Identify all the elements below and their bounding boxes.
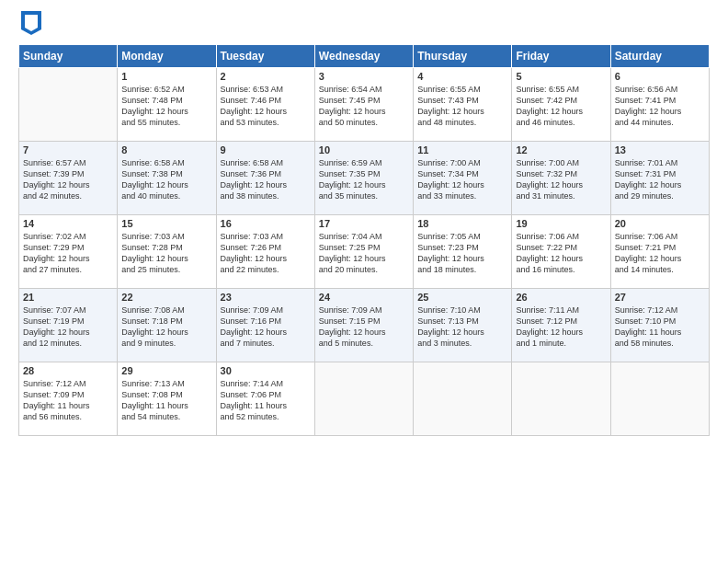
day-cell: 17Sunrise: 7:04 AM Sunset: 7:25 PM Dayli… xyxy=(314,215,413,289)
day-number: 25 xyxy=(417,292,507,303)
day-number: 4 xyxy=(417,71,507,82)
day-number: 20 xyxy=(615,218,705,229)
day-info: Sunrise: 7:08 AM Sunset: 7:18 PM Dayligh… xyxy=(121,304,211,350)
day-number: 17 xyxy=(319,218,409,229)
day-number: 12 xyxy=(516,144,606,155)
day-cell: 5Sunrise: 6:55 AM Sunset: 7:42 PM Daylig… xyxy=(512,68,610,142)
day-number: 28 xyxy=(23,365,113,376)
day-cell: 22Sunrise: 7:08 AM Sunset: 7:18 PM Dayli… xyxy=(118,289,216,362)
day-number: 15 xyxy=(121,218,211,229)
day-info: Sunrise: 6:58 AM Sunset: 7:38 PM Dayligh… xyxy=(121,157,211,202)
day-info: Sunrise: 6:59 AM Sunset: 7:35 PM Dayligh… xyxy=(319,157,409,202)
day-cell: 24Sunrise: 7:09 AM Sunset: 7:15 PM Dayli… xyxy=(314,289,413,362)
logo-icon xyxy=(21,11,41,35)
day-number: 19 xyxy=(516,218,606,229)
day-info: Sunrise: 7:00 AM Sunset: 7:32 PM Dayligh… xyxy=(516,157,606,202)
day-info: Sunrise: 7:05 AM Sunset: 7:23 PM Dayligh… xyxy=(417,231,507,276)
day-number: 11 xyxy=(417,144,507,155)
day-number: 14 xyxy=(23,218,113,229)
week-row-3: 14Sunrise: 7:02 AM Sunset: 7:29 PM Dayli… xyxy=(19,215,710,289)
day-cell: 16Sunrise: 7:03 AM Sunset: 7:26 PM Dayli… xyxy=(216,215,314,289)
day-info: Sunrise: 7:00 AM Sunset: 7:34 PM Dayligh… xyxy=(417,157,507,202)
day-number: 18 xyxy=(417,218,507,229)
day-cell: 25Sunrise: 7:10 AM Sunset: 7:13 PM Dayli… xyxy=(414,289,512,362)
day-number: 2 xyxy=(221,71,311,82)
day-number: 24 xyxy=(319,292,409,303)
day-number: 27 xyxy=(615,292,705,303)
day-cell: 28Sunrise: 7:12 AM Sunset: 7:09 PM Dayli… xyxy=(19,362,118,436)
day-cell: 8Sunrise: 6:58 AM Sunset: 7:38 PM Daylig… xyxy=(118,142,216,215)
day-info: Sunrise: 7:14 AM Sunset: 7:06 PM Dayligh… xyxy=(221,378,311,423)
day-info: Sunrise: 7:03 AM Sunset: 7:28 PM Dayligh… xyxy=(121,231,211,276)
day-cell: 14Sunrise: 7:02 AM Sunset: 7:29 PM Dayli… xyxy=(19,215,118,289)
day-cell xyxy=(19,68,118,142)
day-cell: 13Sunrise: 7:01 AM Sunset: 7:31 PM Dayli… xyxy=(610,142,709,215)
day-cell: 27Sunrise: 7:12 AM Sunset: 7:10 PM Dayli… xyxy=(610,289,709,362)
day-cell: 26Sunrise: 7:11 AM Sunset: 7:12 PM Dayli… xyxy=(512,289,610,362)
day-cell xyxy=(610,362,709,436)
day-info: Sunrise: 7:06 AM Sunset: 7:22 PM Dayligh… xyxy=(516,231,606,276)
day-info: Sunrise: 6:58 AM Sunset: 7:36 PM Dayligh… xyxy=(221,157,311,202)
day-number: 23 xyxy=(221,292,311,303)
day-cell: 11Sunrise: 7:00 AM Sunset: 7:34 PM Dayli… xyxy=(414,142,512,215)
day-cell: 21Sunrise: 7:07 AM Sunset: 7:19 PM Dayli… xyxy=(19,289,118,362)
day-number: 29 xyxy=(121,365,211,376)
day-number: 22 xyxy=(121,292,211,303)
day-number: 7 xyxy=(23,144,113,155)
day-cell xyxy=(512,362,610,436)
day-cell: 12Sunrise: 7:00 AM Sunset: 7:32 PM Dayli… xyxy=(512,142,610,215)
week-row-4: 21Sunrise: 7:07 AM Sunset: 7:19 PM Dayli… xyxy=(19,289,710,362)
day-info: Sunrise: 7:12 AM Sunset: 7:10 PM Dayligh… xyxy=(615,304,705,350)
col-header-thursday: Thursday xyxy=(414,45,512,68)
day-info: Sunrise: 7:06 AM Sunset: 7:21 PM Dayligh… xyxy=(615,231,705,276)
day-info: Sunrise: 6:55 AM Sunset: 7:43 PM Dayligh… xyxy=(417,84,507,129)
day-number: 8 xyxy=(121,144,211,155)
day-number: 9 xyxy=(221,144,311,155)
day-info: Sunrise: 7:04 AM Sunset: 7:25 PM Dayligh… xyxy=(319,231,409,276)
day-cell: 29Sunrise: 7:13 AM Sunset: 7:08 PM Dayli… xyxy=(118,362,216,436)
day-info: Sunrise: 6:56 AM Sunset: 7:41 PM Dayligh… xyxy=(615,84,705,129)
page: SundayMondayTuesdayWednesdayThursdayFrid… xyxy=(0,0,728,563)
day-number: 1 xyxy=(121,71,211,82)
col-header-tuesday: Tuesday xyxy=(216,45,314,68)
day-cell: 20Sunrise: 7:06 AM Sunset: 7:21 PM Dayli… xyxy=(610,215,709,289)
day-cell: 4Sunrise: 6:55 AM Sunset: 7:43 PM Daylig… xyxy=(414,68,512,142)
day-info: Sunrise: 7:09 AM Sunset: 7:16 PM Dayligh… xyxy=(221,304,311,350)
day-number: 30 xyxy=(221,365,311,376)
header-row: SundayMondayTuesdayWednesdayThursdayFrid… xyxy=(19,45,710,68)
day-cell: 9Sunrise: 6:58 AM Sunset: 7:36 PM Daylig… xyxy=(216,142,314,215)
day-info: Sunrise: 6:57 AM Sunset: 7:39 PM Dayligh… xyxy=(23,157,113,202)
week-row-5: 28Sunrise: 7:12 AM Sunset: 7:09 PM Dayli… xyxy=(19,362,710,436)
day-cell: 10Sunrise: 6:59 AM Sunset: 7:35 PM Dayli… xyxy=(314,142,413,215)
day-info: Sunrise: 7:07 AM Sunset: 7:19 PM Dayligh… xyxy=(23,304,113,350)
day-number: 21 xyxy=(23,292,113,303)
day-cell: 15Sunrise: 7:03 AM Sunset: 7:28 PM Dayli… xyxy=(118,215,216,289)
day-info: Sunrise: 7:10 AM Sunset: 7:13 PM Dayligh… xyxy=(417,304,507,350)
week-row-2: 7Sunrise: 6:57 AM Sunset: 7:39 PM Daylig… xyxy=(19,142,710,215)
day-number: 26 xyxy=(516,292,606,303)
day-info: Sunrise: 7:02 AM Sunset: 7:29 PM Dayligh… xyxy=(23,231,113,276)
day-number: 16 xyxy=(221,218,311,229)
day-info: Sunrise: 6:53 AM Sunset: 7:46 PM Dayligh… xyxy=(221,84,311,129)
week-row-1: 1Sunrise: 6:52 AM Sunset: 7:48 PM Daylig… xyxy=(19,68,710,142)
day-info: Sunrise: 7:09 AM Sunset: 7:15 PM Dayligh… xyxy=(319,304,409,350)
day-info: Sunrise: 7:01 AM Sunset: 7:31 PM Dayligh… xyxy=(615,157,705,202)
day-cell: 7Sunrise: 6:57 AM Sunset: 7:39 PM Daylig… xyxy=(19,142,118,215)
day-number: 5 xyxy=(516,71,606,82)
col-header-wednesday: Wednesday xyxy=(314,45,413,68)
day-cell: 3Sunrise: 6:54 AM Sunset: 7:45 PM Daylig… xyxy=(314,68,413,142)
day-cell xyxy=(414,362,512,436)
day-number: 13 xyxy=(615,144,705,155)
day-info: Sunrise: 7:12 AM Sunset: 7:09 PM Dayligh… xyxy=(23,378,113,423)
col-header-monday: Monday xyxy=(118,45,216,68)
col-header-friday: Friday xyxy=(512,45,610,68)
logo xyxy=(18,15,41,35)
day-number: 3 xyxy=(319,71,409,82)
calendar-table: SundayMondayTuesdayWednesdayThursdayFrid… xyxy=(18,44,710,436)
col-header-saturday: Saturday xyxy=(610,45,709,68)
day-cell: 2Sunrise: 6:53 AM Sunset: 7:46 PM Daylig… xyxy=(216,68,314,142)
day-cell: 18Sunrise: 7:05 AM Sunset: 7:23 PM Dayli… xyxy=(414,215,512,289)
day-cell xyxy=(314,362,413,436)
day-info: Sunrise: 7:11 AM Sunset: 7:12 PM Dayligh… xyxy=(516,304,606,350)
col-header-sunday: Sunday xyxy=(19,45,118,68)
